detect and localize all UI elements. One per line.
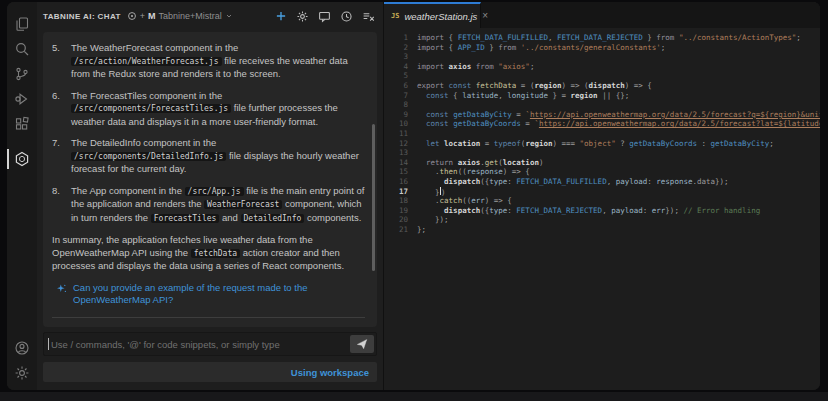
search-icon[interactable]	[7, 37, 37, 61]
explorer-icon[interactable]	[7, 12, 37, 36]
inline-code: fetchData	[191, 249, 240, 258]
chat-panel-title: TABNINE AI: CHAT	[43, 12, 121, 21]
account-icon[interactable]	[7, 336, 37, 360]
summary-paragraph: In summary, the application fetches live…	[52, 234, 365, 273]
line-number: 11	[384, 129, 417, 139]
model-selector-label: Tabnine+Mistral	[159, 11, 222, 21]
line-number: 21	[384, 225, 417, 235]
inline-code: WeatherForecast	[204, 200, 282, 209]
followup-suggestion[interactable]: Can you provide an example of the reques…	[56, 282, 365, 307]
tabnine-logo-icon	[127, 11, 137, 21]
code-line[interactable]: 18 .catch((err) => {	[384, 196, 820, 206]
code-line[interactable]: 13	[384, 148, 820, 158]
code-line[interactable]: 11	[384, 129, 820, 139]
chat-footer-bar: Using workspace	[43, 362, 377, 382]
suggestion-text: Can you provide an example of the reques…	[73, 282, 365, 307]
line-number: 9	[384, 110, 417, 120]
line-number: 16	[384, 177, 417, 187]
code-line[interactable]: 5	[384, 71, 820, 81]
editor-tab-bar: JS weatherStation.js ×	[384, 2, 820, 28]
model-plus-sign: +	[140, 11, 145, 21]
line-number: 15	[384, 167, 417, 177]
inline-code: DetailedInfo	[241, 214, 305, 223]
code-line[interactable]: 10 const getDataByCoords = `https://api.…	[384, 119, 820, 129]
code-line[interactable]: 19 dispatch({type: FETCH_DATA_REJECTED, …	[384, 206, 820, 216]
model-selector[interactable]: + M Tabnine+Mistral	[127, 11, 233, 21]
source-control-icon[interactable]	[7, 62, 37, 86]
mistral-logo-icon: M	[148, 11, 156, 21]
code-line[interactable]: 6export const fetchData = (region) => (d…	[384, 81, 820, 91]
line-number: 17	[384, 187, 417, 197]
run-debug-icon[interactable]	[7, 87, 37, 111]
feedback-icon[interactable]	[318, 10, 331, 23]
using-workspace-link[interactable]: Using workspace	[291, 367, 369, 378]
js-file-icon: JS	[391, 12, 399, 20]
line-number: 14	[384, 158, 417, 168]
chat-message-area: 5.The WeatherForecast component in the /…	[43, 32, 377, 327]
code-line[interactable]: 17 })	[384, 187, 820, 197]
inline-code: /src/App.js	[185, 187, 244, 196]
line-number: 10	[384, 119, 417, 129]
list-item: 8.The App component in the /src/App.js f…	[52, 185, 365, 226]
line-number: 20	[384, 215, 417, 225]
code-line[interactable]: 1import { FETCH_DATA_FULFILLED, FETCH_DA…	[384, 33, 820, 43]
settings-gear-icon[interactable]	[7, 361, 37, 385]
line-number: 8	[384, 100, 417, 110]
code-line[interactable]: 12 let location = typeof(region) === "ob…	[384, 139, 820, 149]
vscode-window: TABNINE AI: CHAT + M Tabnine+Mistral	[7, 2, 820, 390]
line-number: 1	[384, 33, 417, 43]
line-number: 18	[384, 196, 417, 206]
code-line[interactable]: 15 .then((response) => {	[384, 167, 820, 177]
new-chat-plus-icon[interactable]	[274, 10, 287, 23]
tabnine-icon[interactable]	[7, 147, 37, 171]
chat-settings-gear-icon[interactable]	[296, 10, 309, 23]
clear-chat-icon[interactable]	[362, 10, 375, 23]
code-line[interactable]: 9 const getDataByCity = `https://api.ope…	[384, 110, 820, 120]
line-number: 4	[384, 62, 417, 72]
references-label: References (1)	[52, 327, 365, 328]
list-item: 7.The DetailedInfo component in the /src…	[52, 137, 365, 176]
code-line[interactable]: 8	[384, 100, 820, 110]
line-number: 13	[384, 148, 417, 158]
code-line[interactable]: 2import { APP_ID } from '../constants/ge…	[384, 43, 820, 53]
send-button[interactable]	[350, 335, 374, 353]
text-caret	[48, 338, 49, 350]
line-number: 5	[384, 71, 417, 81]
chat-message-list: 5.The WeatherForecast component in the /…	[52, 42, 365, 225]
chat-scrollbar[interactable]	[372, 124, 375, 271]
list-item: 6.The ForecastTiles component in the /sr…	[52, 90, 365, 129]
chat-header: TABNINE AI: CHAT + M Tabnine+Mistral	[37, 2, 383, 28]
inline-code: ForecastTiles	[151, 214, 220, 223]
close-icon[interactable]: ×	[482, 11, 488, 21]
activity-bar-bottom	[7, 336, 37, 390]
tab-filename: weatherStation.js	[404, 11, 477, 22]
chevron-down-icon	[225, 12, 233, 20]
chat-input[interactable]	[44, 339, 376, 350]
sparkle-icon	[56, 283, 67, 294]
tabnine-chat-panel: TABNINE AI: CHAT + M Tabnine+Mistral	[37, 2, 384, 390]
window-bottom-edge	[0, 392, 828, 401]
code-line[interactable]: 3	[384, 52, 820, 62]
tab-weatherstation-js[interactable]: JS weatherStation.js ×	[384, 2, 481, 28]
history-icon[interactable]	[340, 10, 353, 23]
inline-code: /src/components/ForecastTiles.js	[71, 104, 231, 113]
inline-code: /src/action/WeatherForecast.js	[71, 57, 222, 66]
code-line[interactable]: 16 dispatch({type: FETCH_DATA_FULFILLED,…	[384, 177, 820, 187]
line-number: 12	[384, 139, 417, 149]
send-icon	[356, 338, 368, 350]
list-item: 5.The WeatherForecast component in the /…	[52, 42, 365, 81]
references-divider	[52, 317, 365, 318]
editor-group: JS weatherStation.js × 1import { FETCH_D…	[384, 2, 820, 390]
activity-bar-top	[7, 12, 37, 336]
code-area[interactable]: 1import { FETCH_DATA_FULFILLED, FETCH_DA…	[384, 28, 820, 390]
code-line[interactable]: 4import axios from "axios";	[384, 62, 820, 72]
code-line[interactable]: 14 return axios.get(location)	[384, 158, 820, 168]
code-line[interactable]: 21};	[384, 225, 820, 235]
line-number: 6	[384, 81, 417, 91]
code-line[interactable]: 20 });	[384, 215, 820, 225]
activity-bar	[7, 2, 37, 390]
code-line[interactable]: 7 const { latitude, longitude } = region…	[384, 91, 820, 101]
extensions-icon[interactable]	[7, 112, 37, 136]
inline-code: /src/components/DetailedInfo.js	[71, 152, 226, 161]
line-number: 3	[384, 52, 417, 62]
